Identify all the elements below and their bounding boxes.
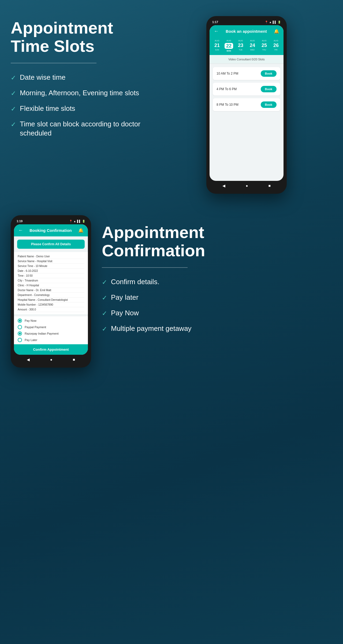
book-button-2[interactable]: Book xyxy=(261,101,277,108)
title-line1: Appointment xyxy=(11,19,113,37)
bottom-feature-text-4: Multiple payment getaway xyxy=(111,324,192,333)
section-title-bottom: Appointment Confirmation xyxy=(102,223,332,260)
nav-recent-icon[interactable]: ■ xyxy=(269,184,271,188)
top-section: Appointment Time Slots ✓ Date wise time … xyxy=(11,16,332,194)
radio-pay-later[interactable] xyxy=(18,338,22,342)
check-icon-4: ✓ xyxy=(11,120,16,129)
payment-option-3[interactable]: Pay Later xyxy=(18,338,84,342)
bottom-feature-text-3: Pay Now xyxy=(111,309,139,318)
phone2-status-icons: 📍 ▲ ▌▌ 🔋 xyxy=(69,220,85,223)
pay-now-label: Pay Now xyxy=(25,319,36,322)
pay-later-label: Pay Later xyxy=(25,338,37,342)
feature-item-2: ✓ Morning, Afternoon, Evening time slots xyxy=(11,89,150,98)
phone2-bell-icon[interactable]: 🔔 xyxy=(78,228,84,233)
section-title-top: Appointment Time Slots xyxy=(11,19,150,55)
phone2-nav: ◀ ● ■ xyxy=(14,355,88,364)
book-button-0[interactable]: Book xyxy=(261,70,277,77)
detail-row-11: Amount - 300.0 xyxy=(18,307,84,312)
radio-pay-now[interactable] xyxy=(18,319,22,323)
detail-row-1: Service Name - Hospital Visit xyxy=(18,259,84,264)
phone2-nav-recent-icon[interactable]: ■ xyxy=(73,357,75,362)
phone1-statusbar: 1:17 📍 ▲ ▌▌ 🔋 xyxy=(210,19,284,25)
phone1-nav: ◀ ● ■ xyxy=(210,181,284,191)
detail-row-5: City - Trivandrum xyxy=(18,278,84,283)
cal-day-3[interactable]: AUG 24 WED xyxy=(248,39,257,52)
cal-day-1[interactable]: AUG 22 MON xyxy=(225,39,233,52)
paypal-label: Paypal Payment xyxy=(25,325,46,329)
bottom-title-line1: Appointment xyxy=(102,223,204,241)
bottom-feature-item-2: ✓ Pay later xyxy=(102,293,332,302)
phone2-header: ← Booking Confirmation 🔔 xyxy=(14,224,88,236)
slot-label-1: 4 PM To 6 PM xyxy=(217,87,237,91)
divider-top xyxy=(11,63,96,63)
left-panel-top: Appointment Time Slots ✓ Date wise time … xyxy=(11,16,150,138)
cal-day-4[interactable]: AUG 25 THU xyxy=(260,39,269,52)
book-button-1[interactable]: Book xyxy=(261,86,277,92)
divider-bottom xyxy=(102,267,188,268)
time-slot-row-2: 8 PM To 10 PM Book xyxy=(213,98,280,111)
razorpay-label: Razorpay Indian Payment xyxy=(25,332,59,335)
phone1: 1:17 📍 ▲ ▌▌ 🔋 ← Book an appointment 🔔 xyxy=(206,16,287,194)
payment-option-1[interactable]: Paypal Payment xyxy=(18,325,84,329)
check-icon-3: ✓ xyxy=(11,105,16,113)
radio-razorpay[interactable] xyxy=(18,331,22,336)
feature-item-1: ✓ Date wise time xyxy=(11,73,150,82)
phone1-back-button[interactable]: ← xyxy=(214,28,219,34)
cal-day-5[interactable]: AUG 26 FRI xyxy=(272,39,280,52)
detail-row-9: Hospital Name - Consultant Dermatologist xyxy=(18,298,84,302)
cal-day-0[interactable]: AUG 21 SUN xyxy=(213,39,221,52)
feature-list-bottom: ✓ Confirm details. ✓ Pay later ✓ Pay Now… xyxy=(102,277,332,333)
bottom-title-line2: Confirmation xyxy=(102,241,205,260)
signal-icon: ▌▌ xyxy=(273,21,277,24)
phone2-nav-back-icon[interactable]: ◀ xyxy=(27,357,30,362)
bottom-check-icon-1: ✓ xyxy=(102,278,107,286)
check-icon-2: ✓ xyxy=(11,89,16,97)
bottom-feature-item-4: ✓ Multiple payment getaway xyxy=(102,324,332,333)
payment-option-0[interactable]: Pay Now xyxy=(18,319,84,323)
phone1-time: 1:17 xyxy=(212,20,218,24)
booking-details: Patient Name - Demo User Service Name - … xyxy=(14,252,88,314)
phone1-calendar-strip: AUG 21 SUN AUG 22 MON AUG xyxy=(210,37,284,55)
nav-back-icon[interactable]: ◀ xyxy=(222,184,225,188)
empty-space xyxy=(213,114,280,135)
radio-paypal[interactable] xyxy=(18,325,22,329)
slot-label-2: 8 PM To 10 PM xyxy=(217,103,238,107)
slot-label-0: 10 AM To 2 PM xyxy=(217,72,238,75)
bottom-feature-item-3: ✓ Pay Now xyxy=(102,309,332,318)
detail-row-4: Time - 10:50 xyxy=(18,273,84,278)
phone1-bell-icon[interactable]: 🔔 xyxy=(274,29,279,34)
battery-icon: 🔋 xyxy=(278,21,281,24)
payment-option-2[interactable]: Razorpay Indian Payment xyxy=(18,331,84,336)
slots-info-text: Video Consultant 0/20 Slots xyxy=(228,58,265,61)
phone2-nav-home-icon[interactable]: ● xyxy=(50,357,52,362)
phone1-wrapper: 1:17 📍 ▲ ▌▌ 🔋 ← Book an appointment 🔔 xyxy=(161,16,332,194)
check-icon-1: ✓ xyxy=(11,74,16,82)
feature-text-1: Date wise time xyxy=(20,73,66,82)
feature-text-3: Flexible time slots xyxy=(20,104,75,113)
confirm-appointment-button[interactable]: Confirm Appointment xyxy=(14,344,88,355)
time-slots-list: 10 AM To 2 PM Book 4 PM To 6 PM Book 8 P… xyxy=(210,64,284,138)
phone2-time: 1:19 xyxy=(17,219,23,223)
bottom-section: 1:19 📍 ▲ ▌▌ 🔋 ← Booking Confirmation 🔔 xyxy=(11,215,332,368)
feature-text-2: Morning, Afternoon, Evening time slots xyxy=(20,89,139,98)
time-slot-row-1: 4 PM To 6 PM Book xyxy=(213,83,280,96)
bottom-feature-item-1: ✓ Confirm details. xyxy=(102,277,332,287)
phone2-back-button[interactable]: ← xyxy=(18,228,23,233)
detail-row-0: Patient Name - Demo User xyxy=(18,254,84,259)
bottom-check-icon-2: ✓ xyxy=(102,294,107,302)
right-panel-bottom: Appointment Confirmation ✓ Confirm detai… xyxy=(102,215,332,333)
cal-day-2[interactable]: AUG 23 TUE xyxy=(236,39,245,52)
feature-list-top: ✓ Date wise time ✓ Morning, Afternoon, E… xyxy=(11,73,150,138)
feature-text-4: Time slot can block according to doctor … xyxy=(20,120,150,138)
bottom-feature-text-2: Pay later xyxy=(111,293,139,302)
wifi-icon: ▲ xyxy=(269,21,272,24)
detail-row-8: Department - Cosmetology xyxy=(18,293,84,298)
phone2-signal-icon: ▌▌ xyxy=(77,220,81,223)
phone2-battery-icon: 🔋 xyxy=(82,220,85,223)
phone2: 1:19 📍 ▲ ▌▌ 🔋 ← Booking Confirmation 🔔 xyxy=(11,215,91,368)
location-icon: 📍 xyxy=(265,21,268,24)
phone2-container: 1:19 📍 ▲ ▌▌ 🔋 ← Booking Confirmation 🔔 xyxy=(11,215,91,368)
nav-home-icon[interactable]: ● xyxy=(246,184,248,188)
bottom-check-icon-3: ✓ xyxy=(102,309,107,317)
bottom-feature-text-1: Confirm details. xyxy=(111,277,159,287)
